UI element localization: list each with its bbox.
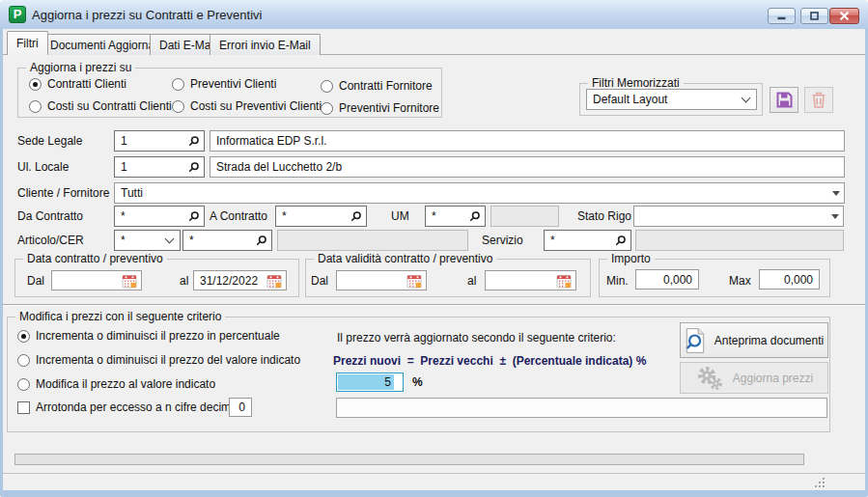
chevron-down-icon	[742, 94, 751, 103]
field-value: *	[282, 209, 350, 223]
articolo-cer-code-input[interactable]: *	[182, 230, 272, 251]
saved-filters-select[interactable]: Default Layout	[586, 89, 757, 110]
field-value: *	[432, 209, 468, 223]
tab-label: Documenti Aggiornati	[50, 39, 160, 52]
radio-preventivi-fornitore[interactable]: Preventivi Fornitore	[321, 101, 439, 115]
tab-label: Filtri	[16, 37, 39, 50]
radio-circle	[17, 354, 30, 367]
search-icon[interactable]	[187, 210, 200, 223]
anteprima-documenti-button[interactable]: Anteprima documenti	[680, 322, 828, 358]
radio-modifica-valore[interactable]: Modifica il prezzo al valore indicato	[17, 377, 215, 391]
minimize-button[interactable]	[768, 8, 796, 24]
sede-legale-code-input[interactable]: 1	[114, 130, 205, 152]
decimali-input[interactable]: 0	[229, 398, 252, 417]
button-label: Aggiorna prezzi	[733, 372, 813, 385]
field-value: 0,000	[663, 273, 692, 287]
radio-label: Costi su Contratti Clienti	[47, 99, 172, 113]
calendar-icon[interactable]	[122, 273, 137, 289]
field-value: *	[550, 234, 614, 247]
importo-min-input[interactable]: 0,000	[635, 269, 699, 290]
tab-label: Dati E-Mail	[159, 39, 216, 52]
um-label: UM	[391, 209, 409, 223]
field-value: *	[121, 234, 166, 247]
data-contratto-al-input[interactable]: 31/12/2022	[193, 270, 287, 290]
field-value: Tutti	[121, 186, 832, 200]
delete-filter-button[interactable]	[804, 87, 833, 113]
document-magnifier-icon	[685, 327, 706, 354]
search-icon[interactable]	[255, 235, 267, 247]
ul-locale-label: Ul. Locale	[17, 160, 69, 174]
stato-rigo-select[interactable]	[633, 206, 844, 227]
radio-circle	[321, 102, 333, 115]
importo-max-input[interactable]: 0,000	[759, 269, 820, 290]
resize-grip[interactable]	[814, 477, 826, 488]
chevron-down-icon	[165, 235, 175, 244]
um-input[interactable]: *	[425, 206, 486, 227]
ul-locale-code-input[interactable]: 1	[114, 156, 205, 178]
radio-label: Contratti Clienti	[47, 77, 126, 91]
servizio-input[interactable]: *	[544, 230, 631, 251]
field-value: *	[189, 234, 255, 247]
calendar-icon[interactable]	[266, 273, 282, 289]
search-icon[interactable]	[187, 161, 200, 174]
cliente-fornitore-select[interactable]: Tutti	[114, 182, 845, 204]
radio-incrementa-valore[interactable]: Incrementa o diminuisci il prezzo del va…	[17, 353, 300, 367]
radio-circle	[321, 80, 333, 93]
search-icon[interactable]	[468, 210, 481, 223]
title-bar[interactable]: P Aggiorna i prezzi su Contratti e Preve…	[0, 0, 868, 29]
dropdown-arrow-icon	[831, 214, 839, 219]
checkbox-arrotonda[interactable]: Arrotonda per eccesso a n cifre decimali	[17, 400, 242, 414]
criteria-formula-text: Prezzi nuovi = Prezzi vecchi ± (Percentu…	[333, 354, 646, 368]
data-validita-al-input[interactable]	[485, 270, 576, 290]
calendar-icon[interactable]	[406, 273, 422, 289]
search-icon[interactable]	[350, 210, 362, 223]
tab-filtri[interactable]: Filtri	[7, 31, 48, 55]
radio-contratti-fornitore[interactable]: Contratti Fornitore	[321, 79, 433, 93]
minimize-icon	[776, 11, 787, 21]
ul-locale-description: Strada del Lucchetto 2/b	[210, 156, 845, 178]
radio-circle	[172, 100, 184, 113]
radio-preventivi-clienti[interactable]: Preventivi Clienti	[172, 77, 276, 91]
saved-filters-value: Default Layout	[593, 93, 742, 106]
group-legend: Data contratto / preventivo	[23, 252, 167, 265]
close-icon	[839, 11, 850, 21]
radio-label: Preventivi Fornitore	[339, 101, 439, 115]
radio-circle	[29, 78, 42, 91]
calendar-icon[interactable]	[556, 273, 572, 289]
statusbar-divider	[3, 473, 865, 474]
da-contratto-input[interactable]: *	[114, 206, 205, 227]
da-contratto-label: Da Contratto	[17, 209, 83, 223]
tab-errori-invio-email[interactable]: Errori invio E-Mail	[210, 34, 321, 55]
radio-label: Incrementa o diminuisci il prezzo del va…	[36, 353, 300, 367]
progress-bar	[14, 454, 804, 465]
search-icon[interactable]	[187, 135, 200, 148]
a-contratto-input[interactable]: *	[275, 206, 367, 227]
radio-costi-preventivi-clienti[interactable]: Costi su Preventivi Clienti	[172, 99, 322, 113]
data-validita-dal-input[interactable]	[336, 270, 427, 290]
field-value: 0	[238, 400, 245, 414]
close-button[interactable]	[829, 8, 859, 24]
application-window: P Aggiorna i prezzi su Contratti e Preve…	[0, 0, 868, 497]
search-icon[interactable]	[614, 235, 627, 247]
radio-contratti-clienti[interactable]: Contratti Clienti	[29, 77, 126, 91]
radio-costi-contratti-clienti[interactable]: Costi su Contratti Clienti	[29, 99, 172, 113]
maximize-button[interactable]	[800, 8, 828, 24]
articolo-cer-type-select[interactable]: *	[114, 230, 181, 251]
group-legend: Aggiorna i prezzi su	[26, 61, 135, 74]
percent-suffix: %	[412, 375, 423, 389]
data-contratto-dal-input[interactable]	[51, 270, 142, 290]
radio-circle	[17, 378, 30, 391]
a-contratto-label: A Contratto	[210, 209, 267, 223]
al-label: al	[180, 274, 188, 288]
field-value: 31/12/2022	[200, 274, 266, 288]
tab-label: Errori invio E-Mail	[219, 39, 311, 52]
radio-incrementa-percentuale[interactable]: Incrementa o diminuisci il prezzo in per…	[17, 329, 280, 343]
field-value: 1	[121, 160, 187, 174]
aggiorna-prezzi-button[interactable]: Aggiorna prezzi	[680, 362, 828, 394]
gears-icon	[695, 366, 724, 391]
radio-circle	[172, 78, 184, 91]
percentuale-input[interactable]: 5	[336, 373, 404, 392]
trash-icon	[811, 91, 826, 109]
save-filter-button[interactable]	[770, 87, 798, 113]
radio-circle	[29, 100, 42, 113]
